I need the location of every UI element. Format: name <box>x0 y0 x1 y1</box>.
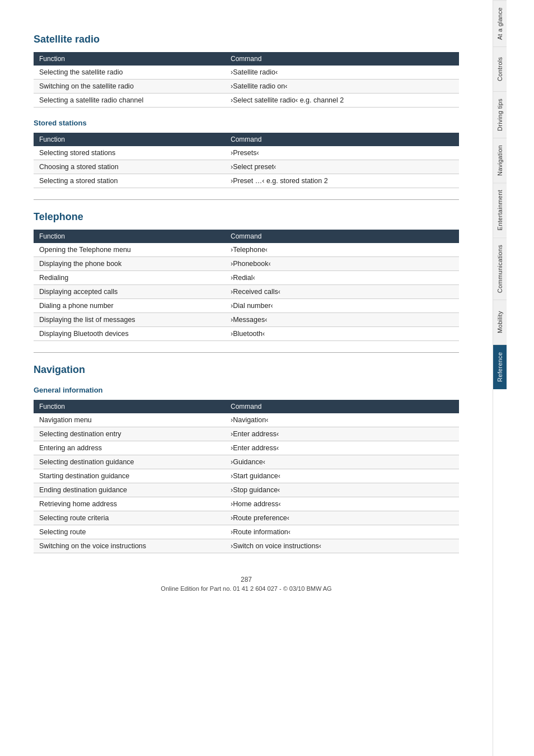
table-row: Selecting destination entry›Enter addres… <box>34 427 459 441</box>
page-wrapper: Satellite radio Function Command Selecti… <box>0 0 534 756</box>
table-row: Selecting route›Route information‹ <box>34 525 459 539</box>
table-row: Displaying accepted calls›Received calls… <box>34 285 459 299</box>
stored-stations-title: Stored stations <box>34 119 459 127</box>
command-cell: ›Enter address‹ <box>225 441 459 455</box>
command-cell: ›Phonebook‹ <box>225 257 459 271</box>
table-row: Switching on the voice instructions›Swit… <box>34 539 459 553</box>
command-cell: ›Switch on voice instructions‹ <box>225 539 459 553</box>
function-cell: Choosing a stored station <box>34 160 225 174</box>
function-cell: Selecting destination entry <box>34 427 225 441</box>
sidebar-tab[interactable]: Navigation <box>493 138 507 183</box>
table-row: Selecting stored stations›Presets‹ <box>34 146 459 160</box>
sidebar-tab[interactable]: Entertainment <box>493 183 507 237</box>
command-cell: ›Select satellite radio‹ e.g. channel 2 <box>225 94 459 108</box>
sidebar-tab[interactable]: Mobility <box>493 300 507 344</box>
table-row: Displaying the list of messages›Messages… <box>34 313 459 327</box>
command-cell: ›Route preference‹ <box>225 511 459 525</box>
sidebar-tab[interactable]: Controls <box>493 46 507 91</box>
function-cell: Switching on the voice instructions <box>34 539 225 553</box>
function-cell: Redialing <box>34 271 225 285</box>
sidebar-tab[interactable]: Reference <box>493 344 507 389</box>
stored-stations-section: Stored stations Function Command Selecti… <box>34 119 459 188</box>
command-cell: ›Preset …‹ e.g. stored station 2 <box>225 174 459 188</box>
function-cell: Selecting stored stations <box>34 146 225 160</box>
table-row: Selecting route criteria›Route preferenc… <box>34 511 459 525</box>
table-row: Selecting the satellite radio›Satellite … <box>34 66 459 80</box>
function-cell: Dialing a phone number <box>34 299 225 313</box>
sidebar-tab[interactable]: At a glance <box>493 0 507 46</box>
stored-stations-table-header: Function Command <box>34 133 459 146</box>
table-row: Opening the Telephone menu›Telephone‹ <box>34 243 459 257</box>
table-row: Navigation menu›Navigation‹ <box>34 413 459 427</box>
table-row: Selecting destination guidance›Guidance‹ <box>34 455 459 469</box>
command-cell: ›Route information‹ <box>225 525 459 539</box>
section-divider-2 <box>34 352 459 353</box>
function-cell: Switching on the satellite radio <box>34 80 225 94</box>
command-cell: ›Start guidance‹ <box>225 469 459 483</box>
stored-stations-table: Function Command Selecting stored statio… <box>34 133 459 188</box>
command-cell: ›Select preset‹ <box>225 160 459 174</box>
nav-function-header: Function <box>34 400 225 413</box>
command-cell: ›Satellite radio on‹ <box>225 80 459 94</box>
command-cell: ›Received calls‹ <box>225 285 459 299</box>
telephone-title: Telephone <box>34 211 459 223</box>
function-cell: Selecting route <box>34 525 225 539</box>
function-cell: Selecting destination guidance <box>34 455 225 469</box>
command-cell: ›Home address‹ <box>225 497 459 511</box>
navigation-section: Navigation General information Function … <box>34 364 459 553</box>
function-cell: Starting destination guidance <box>34 469 225 483</box>
function-cell: Retrieving home address <box>34 497 225 511</box>
command-cell: ›Guidance‹ <box>225 455 459 469</box>
page-footer: 287 Online Edition for Part no. 01 41 2 … <box>34 570 459 592</box>
stored-function-header: Function <box>34 133 225 146</box>
table-row: Displaying the phone book›Phonebook‹ <box>34 257 459 271</box>
tel-command-header: Command <box>225 230 459 243</box>
function-cell: Selecting route criteria <box>34 511 225 525</box>
table-row: Selecting a stored station›Preset …‹ e.g… <box>34 174 459 188</box>
table-row: Selecting a satellite radio channel›Sele… <box>34 94 459 108</box>
telephone-section: Telephone Function Command Opening the T… <box>34 211 459 341</box>
navigation-title: Navigation <box>34 364 459 376</box>
satellite-radio-table: Function Command Selecting the satellite… <box>34 52 459 108</box>
sat-function-header: Function <box>34 52 225 66</box>
nav-command-header: Command <box>225 400 459 413</box>
command-cell: ›Navigation‹ <box>225 413 459 427</box>
function-cell: Navigation menu <box>34 413 225 427</box>
function-cell: Ending destination guidance <box>34 483 225 497</box>
command-cell: ›Presets‹ <box>225 146 459 160</box>
function-cell: Opening the Telephone menu <box>34 243 225 257</box>
command-cell: ›Stop guidance‹ <box>225 483 459 497</box>
sidebar-tabs: At a glanceControlsDriving tipsNavigatio… <box>493 0 514 756</box>
function-cell: Selecting the satellite radio <box>34 66 225 80</box>
nav-table-header: Function Command <box>34 400 459 413</box>
table-row: Displaying Bluetooth devices›Bluetooth‹ <box>34 327 459 341</box>
sat-command-header: Command <box>225 52 459 66</box>
telephone-table-header: Function Command <box>34 230 459 243</box>
table-row: Redialing›Redial‹ <box>34 271 459 285</box>
table-row: Switching on the satellite radio›Satelli… <box>34 80 459 94</box>
tel-function-header: Function <box>34 230 225 243</box>
command-cell: ›Messages‹ <box>225 313 459 327</box>
table-row: Choosing a stored station›Select preset‹ <box>34 160 459 174</box>
satellite-radio-title: Satellite radio <box>34 34 459 45</box>
command-cell: ›Redial‹ <box>225 271 459 285</box>
table-row: Dialing a phone number›Dial number‹ <box>34 299 459 313</box>
function-cell: Entering an address <box>34 441 225 455</box>
table-row: Retrieving home address›Home address‹ <box>34 497 459 511</box>
command-cell: ›Bluetooth‹ <box>225 327 459 341</box>
main-content: Satellite radio Function Command Selecti… <box>0 0 493 756</box>
function-cell: Displaying accepted calls <box>34 285 225 299</box>
edition-text: Online Edition for Part no. 01 41 2 604 … <box>34 585 459 592</box>
page-number: 287 <box>34 576 459 584</box>
sidebar-tab[interactable]: Driving tips <box>493 91 507 138</box>
table-row: Starting destination guidance›Start guid… <box>34 469 459 483</box>
general-information-title: General information <box>34 386 459 394</box>
general-information-subsection: General information Function Command Nav… <box>34 386 459 553</box>
telephone-table: Function Command Opening the Telephone m… <box>34 230 459 341</box>
sidebar-tab[interactable]: Communications <box>493 237 507 300</box>
table-row: Entering an address›Enter address‹ <box>34 441 459 455</box>
function-cell: Selecting a satellite radio channel <box>34 94 225 108</box>
general-information-table: Function Command Navigation menu›Navigat… <box>34 400 459 553</box>
satellite-radio-table-header: Function Command <box>34 52 459 66</box>
command-cell: ›Satellite radio‹ <box>225 66 459 80</box>
